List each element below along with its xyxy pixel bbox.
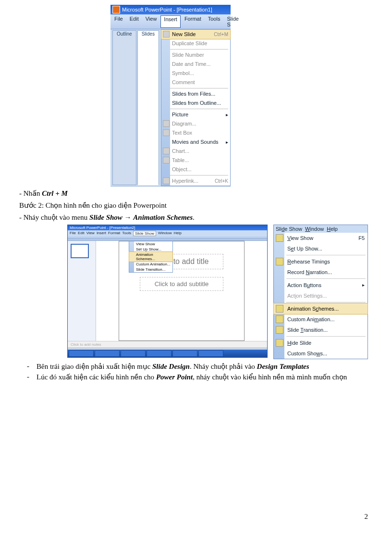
windows-taskbar (68, 350, 267, 357)
menuitem-set-up-show[interactable]: Set Up Show... (274, 243, 368, 254)
menu-file[interactable]: File (70, 231, 76, 236)
title-bar: Microsoft PowerPoint - [Presentation1] (110, 5, 231, 14)
menuitem-object: Object... (161, 165, 230, 174)
menu-view[interactable]: View (143, 15, 160, 28)
tab-outline[interactable]: Outline (112, 30, 136, 185)
menu-format[interactable]: Format (108, 231, 120, 236)
window-title: Microsoft PowerPoint - [Presentation1] (122, 7, 212, 13)
screenshot-insert-menu: Microsoft PowerPoint - [Presentation1] F… (110, 5, 231, 187)
menuitem-view-show[interactable]: View ShowF5 (274, 233, 368, 243)
toolbar-row: OutlineSlides New SlideCtrl+MDuplicate S… (110, 29, 231, 187)
menu-file[interactable]: File (111, 15, 126, 28)
insert-dropdown: New SlideCtrl+MDuplicate SlideSlide Numb… (161, 29, 231, 186)
bullet-list: - Bên trái giao diện phải xuất hiện mục … (27, 362, 373, 381)
menuitem-slide-transition[interactable]: Slide Transition... (274, 325, 368, 335)
menu-window[interactable]: Window (305, 226, 324, 232)
menuitem-slides-from-outline[interactable]: Slides from Outline... (161, 99, 230, 108)
menu-tools[interactable]: Tools (122, 231, 131, 236)
menu-insert[interactable]: Insert (97, 231, 106, 236)
menuitem-symbol: Symbol... (161, 69, 230, 78)
menuitem-duplicate-slide: Duplicate Slide (161, 39, 230, 48)
menuitem-custom-animation[interactable]: Custom Animation... (274, 314, 368, 325)
menuitem-action-settings: Action Settings... (274, 290, 368, 301)
menuitem-comment: Comment (161, 78, 230, 87)
notes-pane: Click to add notes (68, 341, 267, 348)
menu-slide-show[interactable]: Slide Show (276, 226, 302, 232)
menuitem-slides-from-files[interactable]: Slides from Files... (161, 89, 230, 99)
menuitem-slide-transition[interactable]: Slide Transition... (129, 267, 172, 272)
menuitem-icon (276, 234, 283, 242)
menuitem-movies-and-sounds[interactable]: Movies and Sounds (161, 138, 230, 147)
menu-window[interactable]: Window (158, 231, 172, 236)
page-number: 2 (365, 513, 368, 521)
menuitem-table: Table... (161, 156, 230, 165)
menuitem-new-slide[interactable]: New SlideCtrl+M (161, 29, 231, 39)
list-item: - Lúc đó xuất hiện các kiểu hình nền cho… (27, 373, 373, 381)
menuitem-icon (276, 326, 283, 334)
menuitem-icon (276, 305, 283, 313)
menu-help[interactable]: Help (173, 231, 181, 236)
menu-bar: FileEditViewInsertFormatToolsSlide ShowW… (68, 230, 267, 237)
menu-insert[interactable]: Insert (160, 15, 181, 28)
shortcut-label: Ctrl + M (42, 189, 68, 197)
menu-tools[interactable]: Tools (205, 15, 223, 28)
screenshot-powerpoint-window: Microsoft PowerPoint - [Presentation2] F… (67, 225, 268, 358)
menuitem-animation-schemes[interactable]: Animation Schemes... (129, 251, 173, 262)
menuitem-hide-slide[interactable]: Hide Slide (274, 338, 368, 348)
menuitem-icon (163, 157, 170, 163)
menuitem-text-box: Text Box (161, 128, 230, 138)
menu-edit[interactable]: Edit (127, 15, 142, 28)
menuitem-rehearse-timings[interactable]: Rehearse Timings (274, 256, 368, 267)
subtitle-placeholder: Click to add subtitle (140, 277, 224, 291)
menuitem-icon (163, 177, 170, 184)
pane-tabs: OutlineSlides (110, 29, 161, 186)
screenshot-slideshow-menu: Slide ShowWindowHelp View ShowF5Set Up S… (273, 225, 368, 359)
menuitem-action-buttons[interactable]: Action Buttons (274, 280, 368, 290)
slide-stage: View ShowSet Up Show...Animation Schemes… (96, 241, 267, 341)
menu-bar: Slide ShowWindowHelp (274, 225, 368, 233)
menuitem-hyperlink: Hyperlink...Ctrl+K (161, 176, 230, 186)
menuitem-custom-shows[interactable]: Custom Shows... (274, 348, 368, 359)
menu-format[interactable]: Format (182, 15, 204, 28)
menuitem-icon (276, 258, 283, 265)
slideshow-dropdown: View ShowF5Set Up Show...Rehearse Timing… (274, 233, 368, 359)
app-icon (112, 6, 120, 13)
slide-navigator (68, 241, 96, 341)
list-item: - Bên trái giao diện phải xuất hiện mục … (27, 362, 373, 371)
menu-bar: FileEditViewInsertFormatToolsSlide S (110, 14, 231, 29)
title-bar: Microsoft PowerPoint - [Presentation2] (68, 225, 267, 230)
menuitem-date-and-time: Date and Time... (161, 60, 230, 69)
menuitem-chart: Chart... (161, 147, 230, 156)
menuitem-view-show[interactable]: View Show (129, 241, 172, 247)
menu-help[interactable]: Help (327, 226, 338, 232)
text-line: Bước 2: Chọn hình nền cho giao diện Powe… (19, 201, 373, 211)
menu-slide[interactable]: Slide S (224, 15, 241, 28)
menu-edit[interactable]: Edit (78, 231, 85, 236)
menuitem-icon (163, 31, 170, 38)
tab-slides[interactable]: Slides (137, 30, 159, 185)
menuitem-icon (163, 120, 170, 127)
text-line: - Nháy chuột vào menu Slide Show → Anima… (19, 213, 373, 223)
menuitem-picture[interactable]: Picture (161, 110, 230, 119)
menuitem-record-narration[interactable]: Record Narration... (274, 267, 368, 277)
menuitem-icon (276, 315, 283, 323)
slide-thumbnail (71, 244, 89, 258)
menuitem-slide-number: Slide Number (161, 50, 230, 60)
text-line: - Nhấn Ctrl + M (19, 188, 373, 199)
menu-slide-show[interactable]: Slide Show (133, 231, 156, 236)
menuitem-custom-animation[interactable]: Custom Animation... (129, 262, 172, 267)
menuitem-animation-schemes[interactable]: Animation Schemes... (273, 303, 368, 314)
menuitem-icon (163, 148, 170, 154)
menu-view[interactable]: View (86, 231, 95, 236)
arrow-icon: → (124, 213, 134, 221)
menuitem-icon (276, 339, 283, 347)
menuitem-diagram: Diagram... (161, 119, 230, 128)
slideshow-dropdown: View ShowSet Up Show...Animation Schemes… (129, 241, 173, 273)
menuitem-icon (163, 129, 170, 136)
